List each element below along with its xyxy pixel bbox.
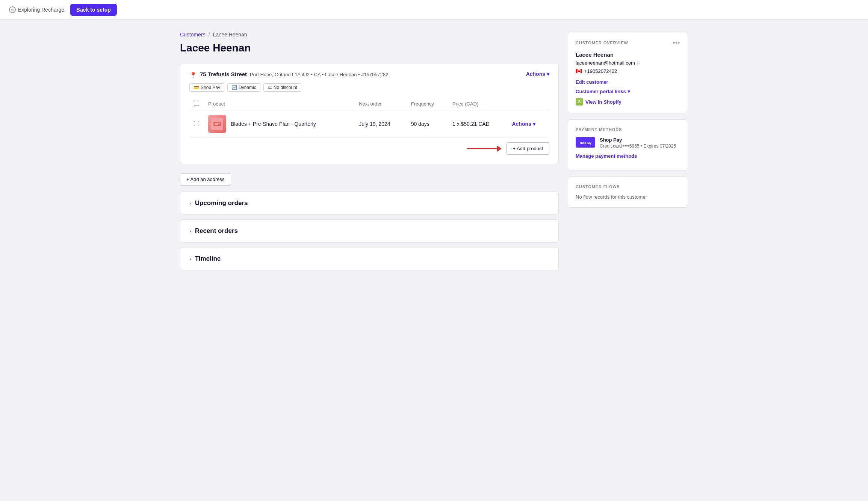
tag-dynamic: 🔄 Dynamic	[227, 83, 260, 92]
view-in-shopify-link[interactable]: S View in Shopify	[576, 98, 680, 106]
address-actions-button[interactable]: Actions ▾	[526, 71, 549, 77]
collapsible-sections: › Upcoming orders › Recent orders › Time…	[180, 192, 559, 270]
customer-overview-card: CUSTOMER OVERVIEW ••• Lacee Heenan lacee…	[568, 32, 688, 113]
arrow-indicator	[467, 146, 502, 152]
payment-detail: Credit card ••••5965 • Expires 07/2025	[600, 143, 676, 149]
back-to-setup-button[interactable]: Back to setup	[70, 4, 117, 16]
chevron-down-icon-portal: ▾	[628, 89, 630, 94]
address-details: Port Hope, Ontario L1A 4J2 • CA • Lacee …	[250, 72, 389, 77]
edit-customer-link[interactable]: Edit customer	[576, 79, 680, 85]
canada-flag-icon: 🇨🇦	[576, 68, 582, 74]
subscription-table: Product Next order Frequency Price (CAD)	[189, 98, 549, 138]
sidebar: CUSTOMER OVERVIEW ••• Lacee Heenan lacee…	[568, 32, 688, 275]
product-name: Blades + Pre-Shave Plan - Quarterly	[231, 121, 316, 127]
breadcrumb-customers-link[interactable]: Customers	[180, 32, 206, 38]
address-header: 📍 75 Trefusis Street Port Hope, Ontario …	[189, 71, 549, 79]
upcoming-orders-title: Upcoming orders	[195, 199, 248, 207]
row-price: 1 x $50.21 CAD	[448, 110, 508, 138]
svg-rect-2	[215, 123, 220, 124]
product-cell: Blades + Pre-Shave Plan - Quarterly	[208, 115, 350, 133]
topbar: ⊘ Exploring Recharge Back to setup	[0, 0, 868, 20]
header-price: Price (CAD)	[448, 98, 508, 110]
customer-overview-title: CUSTOMER OVERVIEW •••	[576, 39, 680, 46]
customer-phone: 🇨🇦 +19052072422	[576, 68, 680, 74]
explore-label: ⊘ Exploring Recharge	[9, 6, 64, 13]
timeline-title: Timeline	[195, 255, 221, 263]
tag-shop-pay: 💳 Shop Pay	[189, 83, 224, 92]
row-checkbox-col	[189, 110, 204, 138]
header-checkbox[interactable]	[194, 101, 199, 106]
header-checkbox-col	[189, 98, 204, 110]
address-tags: 💳 Shop Pay 🔄 Dynamic 🏷 No discount	[189, 83, 549, 92]
table-header-row: Product Next order Frequency Price (CAD)	[189, 98, 549, 110]
svg-rect-3	[215, 124, 218, 125]
upcoming-orders-section[interactable]: › Upcoming orders	[180, 192, 559, 215]
payment-name: Shop Pay	[600, 137, 676, 143]
header-product: Product	[204, 98, 354, 110]
arrow-line	[467, 148, 497, 149]
row-chevron-down-icon: ▾	[533, 121, 535, 127]
breadcrumb-current: Lacee Heenan	[213, 32, 247, 38]
chevron-right-icon-2: ›	[189, 228, 191, 234]
page-title: Lacee Heenan	[180, 42, 559, 54]
copy-icon[interactable]: ⎘	[637, 60, 640, 66]
row-checkbox[interactable]	[194, 121, 199, 126]
customer-portal-links-link[interactable]: Customer portal links ▾	[576, 89, 680, 94]
table-row: Blades + Pre-Shave Plan - Quarterly July…	[189, 110, 549, 138]
recent-orders-section[interactable]: › Recent orders	[180, 219, 559, 243]
svg-text:shop pay: shop pay	[579, 141, 591, 145]
header-actions	[508, 98, 549, 110]
header-frequency: Frequency	[407, 98, 448, 110]
more-options-icon[interactable]: •••	[673, 39, 680, 46]
pin-icon: 📍	[189, 72, 197, 79]
page-wrapper: Customers / Lacee Heenan Lacee Heenan 📍 …	[171, 20, 697, 287]
payment-methods-card: PAYMENT METHODS shop pay Shop Pay Credit…	[568, 119, 688, 171]
payment-methods-title: PAYMENT METHODS	[576, 127, 680, 132]
product-thumbnail	[208, 115, 226, 133]
address-street: 75 Trefusis Street	[200, 71, 247, 77]
row-actions-button[interactable]: Actions ▾	[512, 121, 535, 127]
breadcrumb: Customers / Lacee Heenan	[180, 32, 559, 38]
payment-info: Shop Pay Credit card ••••5965 • Expires …	[600, 137, 676, 149]
tag-no-discount: 🏷 No discount	[263, 83, 301, 92]
product-image-svg	[211, 118, 223, 130]
shop-pay-tag-icon: 💳	[194, 85, 199, 90]
svg-rect-1	[213, 122, 221, 126]
row-actions-cell: Actions ▾	[508, 110, 549, 138]
customer-name: Lacee Heenan	[576, 51, 680, 58]
circle-icon: ⊘	[9, 6, 16, 13]
header-next-order: Next order	[354, 98, 406, 110]
customer-flows-title: CUSTOMER FLOWS	[576, 184, 680, 189]
manage-payment-methods-link[interactable]: Manage payment methods	[576, 153, 680, 159]
chevron-right-icon-3: ›	[189, 256, 191, 262]
shop-pay-logo: shop pay	[576, 137, 595, 148]
address-text: 75 Trefusis Street Port Hope, Ontario L1…	[200, 71, 388, 77]
main-content: Customers / Lacee Heenan Lacee Heenan 📍 …	[180, 32, 559, 275]
address-info: 📍 75 Trefusis Street Port Hope, Ontario …	[189, 71, 388, 79]
chevron-right-icon: ›	[189, 200, 191, 206]
shop-pay-svg: shop pay	[577, 139, 594, 146]
flows-empty-label: No flow records for this customer	[576, 194, 680, 200]
recent-orders-title: Recent orders	[195, 227, 238, 235]
add-product-button[interactable]: + Add product	[506, 142, 549, 155]
dynamic-tag-icon: 🔄	[231, 85, 237, 90]
payment-row: shop pay Shop Pay Credit card ••••5965 •…	[576, 137, 680, 149]
add-product-row: + Add product	[189, 138, 549, 156]
row-product-cell: Blades + Pre-Shave Plan - Quarterly	[204, 110, 354, 138]
customer-flows-card: CUSTOMER FLOWS No flow records for this …	[568, 177, 688, 208]
breadcrumb-separator: /	[209, 32, 210, 38]
timeline-section[interactable]: › Timeline	[180, 247, 559, 270]
customer-email: laceeheenan@hotmail.com ⎘	[576, 60, 680, 66]
chevron-down-icon: ▾	[547, 71, 549, 77]
add-address-button[interactable]: + Add an address	[180, 173, 231, 186]
no-discount-tag-icon: 🏷	[268, 85, 272, 90]
arrow-head	[497, 146, 502, 152]
row-next-order: July 19, 2024	[354, 110, 406, 138]
shopify-bag-icon: S	[576, 98, 583, 106]
address-card: 📍 75 Trefusis Street Port Hope, Ontario …	[180, 63, 559, 164]
row-frequency: 90 days	[407, 110, 448, 138]
